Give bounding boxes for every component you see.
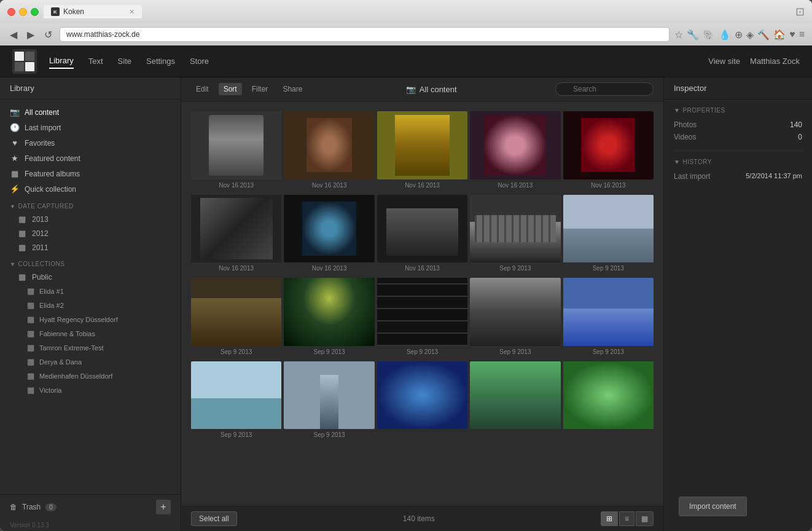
sidebar-year-2013[interactable]: ▦ 2013	[0, 212, 181, 226]
photo-item-13[interactable]: Sep 9 2013	[470, 278, 560, 359]
user-name[interactable]: Matthias Zock	[750, 57, 800, 66]
browser-tab[interactable]: K Koken ✕	[44, 5, 142, 18]
sidebar-year-2011[interactable]: ▦ 2011	[0, 240, 181, 254]
photo-item-17[interactable]	[377, 361, 467, 442]
sidebar-item-quick-collection[interactable]: ⚡ Quick collection	[0, 181, 181, 197]
sidebar-collection-derya[interactable]: ▦ Derya & Dana	[0, 355, 181, 369]
extension-icon-2[interactable]: 🐘	[703, 29, 715, 41]
select-all-button[interactable]: Select all	[191, 511, 237, 526]
photo-item-7[interactable]: Nov 16 2013	[377, 195, 467, 276]
browser-toolbar-icons: ☆ 🔧 🐘 💧 ⊕ ◈ 🔨 🏠 ♥ ≡	[674, 29, 805, 41]
refresh-button[interactable]: ↺	[42, 28, 55, 42]
photo-image-12	[377, 278, 467, 346]
sidebar-collection-hyatt[interactable]: ▦ Hyatt Regency Düsseldorf	[0, 312, 181, 326]
photo-item-4[interactable]: Nov 16 2013	[563, 111, 654, 192]
photo-item-10[interactable]: Sep 9 2013	[191, 278, 281, 359]
photo-item-19[interactable]	[563, 361, 654, 442]
minimize-button[interactable]	[19, 8, 27, 16]
date-captured-section[interactable]: ▼ DATE CAPTURED	[0, 197, 181, 212]
nav-settings[interactable]: Settings	[146, 54, 175, 68]
photo-thumb-1	[284, 111, 374, 179]
nav-library[interactable]: Library	[49, 53, 74, 69]
photo-thumb-19	[563, 361, 654, 430]
collections-section[interactable]: ▼ COLLECTIONS	[0, 254, 181, 270]
lightning-icon: ⚡	[10, 184, 20, 194]
nav-store[interactable]: Store	[190, 54, 209, 68]
sidebar-item-last-import[interactable]: 🕐 Last import	[0, 120, 181, 135]
sidebar-year-2012[interactable]: ▦ 2012	[0, 226, 181, 240]
sidebar-collection-tamron[interactable]: ▦ Tamron Extreme-Test	[0, 340, 181, 355]
history-arrow: ▼	[674, 159, 680, 165]
photo-item-11[interactable]: Sep 9 2013	[284, 278, 374, 359]
sidebar-item-favorites[interactable]: ♥ Favorites	[0, 135, 181, 151]
sidebar-collection-elida1[interactable]: ▦ Elida #1	[0, 284, 181, 298]
photo-image-10	[191, 278, 281, 346]
detail-view-button[interactable]: ▦	[636, 511, 654, 526]
grid-view-button[interactable]: ⊞	[601, 511, 618, 526]
photo-item-5[interactable]: Nov 16 2013	[191, 195, 281, 276]
photo-image-15	[191, 361, 281, 430]
sidebar-collection-fabienne[interactable]: ▦ Fabienne & Tobias	[0, 326, 181, 340]
bookmark-icon[interactable]: ☆	[674, 29, 683, 41]
photo-grid: Nov 16 2013 Nov 16 2013 Nov 16 2013	[181, 101, 663, 506]
extension-icon-3[interactable]: 💧	[719, 29, 731, 41]
items-count: 140 items	[403, 514, 435, 523]
photo-image-6	[284, 195, 374, 263]
import-content-button[interactable]: Import content	[679, 497, 747, 516]
sidebar-collection-medienhafen[interactable]: ▦ Medienhafen Düsseldorf	[0, 369, 181, 383]
photo-date-11: Sep 9 2013	[284, 348, 374, 359]
list-view-button[interactable]: ≡	[619, 511, 634, 526]
photo-date-13: Sep 9 2013	[470, 348, 560, 359]
window-resize-button[interactable]: ⊡	[795, 5, 805, 18]
tab-title: Koken	[63, 7, 84, 16]
photo-item-6[interactable]: Nov 16 2013	[284, 195, 374, 276]
sidebar-collection-elida2[interactable]: ▦ Elida #2	[0, 298, 181, 312]
share-button[interactable]: Share	[278, 83, 307, 95]
sidebar-item-featured-albums[interactable]: ▦ Featured albums	[0, 166, 181, 181]
photo-item-15[interactable]: Sep 9 2013	[191, 361, 281, 442]
photo-item-0[interactable]: Nov 16 2013	[191, 111, 281, 192]
extension-icon-7[interactable]: 🏠	[773, 29, 786, 41]
photo-item-16[interactable]: Sep 9 2013	[284, 361, 374, 442]
extension-icon-8[interactable]: ♥	[789, 29, 795, 40]
photo-item-8[interactable]: Sep 9 2013	[470, 195, 560, 276]
extension-icon-1[interactable]: 🔧	[687, 29, 699, 41]
view-buttons: ⊞ ≡ ▦	[601, 511, 654, 526]
view-site-link[interactable]: View site	[708, 57, 740, 66]
sidebar-item-featured-content[interactable]: ★ Featured content	[0, 151, 181, 166]
sort-button[interactable]: Sort	[219, 83, 242, 95]
extension-icon-5[interactable]: ◈	[746, 29, 754, 41]
app: Library Text Site Settings Store View si…	[0, 45, 812, 531]
filter-button[interactable]: Filter	[247, 83, 273, 95]
sidebar-footer: 🗑 Trash 0 +	[0, 494, 181, 519]
photo-image-13	[470, 278, 560, 346]
sidebar-item-all-content[interactable]: 📷 All content	[0, 104, 181, 120]
trash-item[interactable]: 🗑 Trash 0	[10, 503, 57, 511]
sidebar-collection-victoria[interactable]: ▦ Victoria	[0, 383, 181, 397]
photo-item-14[interactable]: Sep 9 2013	[563, 278, 654, 359]
photo-item-18[interactable]	[470, 361, 560, 442]
edit-button[interactable]: Edit	[191, 83, 214, 95]
maximize-button[interactable]	[31, 8, 39, 16]
forward-button[interactable]: ▶	[25, 28, 37, 42]
back-button[interactable]: ◀	[7, 28, 20, 42]
address-bar[interactable]: www.matthias-zock.de	[60, 27, 670, 42]
photo-item-2[interactable]: Nov 16 2013	[377, 111, 467, 192]
nav-site[interactable]: Site	[118, 54, 131, 68]
photo-item-1[interactable]: Nov 16 2013	[284, 111, 374, 192]
extension-icon-6[interactable]: 🔨	[757, 29, 770, 41]
last-import-value: 5/2/2014 11:37 pm	[746, 172, 802, 181]
search-input[interactable]	[555, 82, 654, 96]
nav-text[interactable]: Text	[88, 54, 103, 68]
sidebar-public-collection[interactable]: ▦ Public	[0, 270, 181, 284]
add-button[interactable]: +	[156, 500, 171, 514]
version-text: Version 0.13.3	[0, 519, 181, 531]
trash-icon: 🗑	[10, 503, 17, 511]
photo-item-12[interactable]: Sep 9 2013	[377, 278, 467, 359]
photo-item-9[interactable]: Sep 9 2013	[563, 195, 654, 276]
tab-close-button[interactable]: ✕	[129, 8, 135, 16]
photo-item-3[interactable]: Nov 16 2013	[470, 111, 560, 192]
extension-icon-4[interactable]: ⊕	[735, 29, 743, 41]
close-button[interactable]	[7, 8, 15, 16]
menu-icon[interactable]: ≡	[799, 29, 805, 40]
